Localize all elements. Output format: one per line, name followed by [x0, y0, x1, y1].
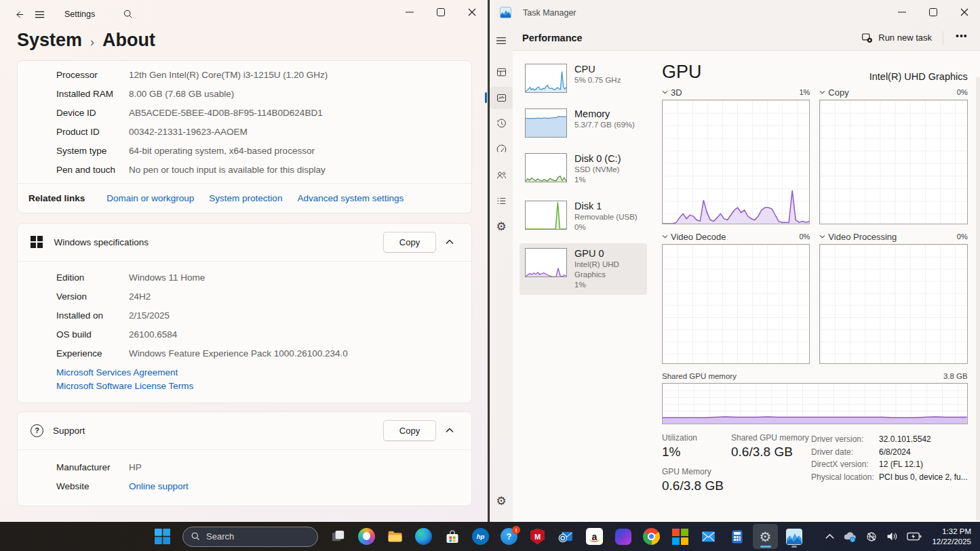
task-manager-taskbar-button[interactable]	[781, 524, 806, 549]
settings-window-controls	[394, 0, 488, 24]
driver-row: DirectX version:12 (FL 12.1)	[811, 458, 968, 471]
perf-item-cpu[interactable]: CPU5% 0.75 GHz	[520, 59, 647, 98]
microsoft-office-button[interactable]	[667, 524, 692, 549]
network-tray-button[interactable]	[862, 525, 881, 548]
gpu-stats: Utilization 1% GPU Memory 0.6/3.8 GB Sha…	[662, 433, 968, 501]
perf-item-disk0[interactable]: Disk 0 (C:)SSD (NVMe)1%	[520, 148, 647, 190]
rail-processes-button[interactable]	[490, 61, 513, 83]
settings-app-title: Settings	[64, 9, 95, 19]
spec-row: Pen and touchNo pen or touch input is av…	[18, 160, 471, 183]
chevron-down-icon[interactable]	[819, 90, 825, 94]
breadcrumb-separator: ›	[90, 35, 94, 49]
rail-details-button[interactable]	[490, 190, 513, 212]
chevron-down-icon[interactable]	[662, 234, 668, 239]
task-manager-rail: ⚙ ⚙	[490, 25, 513, 522]
rail-settings-button[interactable]: ⚙	[490, 490, 513, 512]
system-tray: 1:32 PM 12/22/2025	[822, 522, 977, 551]
microsoft-365-button[interactable]	[610, 524, 635, 549]
mcafee-button[interactable]: M	[525, 524, 550, 549]
maximize-button[interactable]	[918, 0, 949, 24]
maximize-button[interactable]	[425, 0, 456, 24]
copy-button[interactable]: Copy	[383, 232, 436, 253]
spec-label: Product ID	[56, 125, 129, 138]
minimize-button[interactable]	[394, 0, 425, 24]
link-domain-or-workgroup[interactable]: Domain or workgroup	[106, 193, 194, 203]
close-button[interactable]	[949, 0, 980, 24]
scrollbar[interactable]	[976, 77, 980, 521]
chevron-down-icon[interactable]	[819, 234, 825, 239]
search-icon	[123, 9, 134, 20]
taskbar-search[interactable]: Search	[182, 527, 318, 547]
chevron-up-icon	[446, 239, 454, 245]
stats-column-1: Utilization 1% GPU Memory 0.6/3.8 GB	[662, 433, 731, 501]
cpu-mini-chart	[525, 64, 567, 93]
link-microsoft-services-agreement[interactable]: Microsoft Services Agreement	[56, 366, 460, 380]
link-microsoft-software-license-terms[interactable]: Microsoft Software License Terms	[56, 380, 460, 393]
minimize-button[interactable]	[886, 0, 918, 24]
perf-item-memory[interactable]: Memory5.3/7.7 GB (69%)	[520, 104, 647, 142]
file-explorer-button[interactable]	[383, 524, 408, 549]
microsoft-store-button[interactable]	[439, 524, 465, 549]
link-system-protection[interactable]: System protection	[209, 193, 282, 203]
link-online-support[interactable]: Online support	[129, 480, 189, 493]
gpu-subtitle: Intel(R) UHD Graphics	[869, 71, 968, 82]
settings-taskbar-button[interactable]: ⚙	[753, 524, 778, 549]
copy-button[interactable]: Copy	[383, 420, 436, 441]
performance-header: Performance Run new task •••	[513, 25, 980, 50]
mail-button[interactable]	[696, 524, 721, 549]
outlook-button[interactable]	[553, 524, 579, 549]
perf-item-sub: 5% 0.75 GHz	[574, 75, 621, 85]
back-button[interactable]	[9, 4, 29, 24]
related-links-row: Related links Domain or workgroup System…	[18, 184, 471, 213]
run-new-task-button[interactable]: Run new task	[855, 28, 939, 47]
gpu-video-decode-chart	[662, 244, 810, 364]
more-options-button[interactable]: •••	[947, 28, 976, 48]
onedrive-tray-button[interactable]	[839, 525, 861, 548]
link-advanced-system-settings[interactable]: Advanced system settings	[297, 193, 404, 203]
amazon-button[interactable]: a	[582, 524, 607, 549]
winspec-value: 24H2	[129, 290, 151, 303]
perf-item-disk1[interactable]: Disk 1Removable (USB)0%	[520, 196, 647, 237]
edge-button[interactable]	[411, 524, 436, 549]
rail-app-history-button[interactable]	[490, 113, 513, 135]
shared-memory-label-row: Shared GPU memory 3.8 GB	[662, 372, 968, 383]
start-button[interactable]	[150, 524, 175, 549]
hp-button[interactable]: hp	[468, 524, 493, 549]
settings-search-button[interactable]	[118, 4, 138, 24]
chrome-button[interactable]	[639, 524, 664, 549]
winspec-row: EditionWindows 11 Home	[18, 268, 471, 287]
rail-users-button[interactable]	[490, 164, 513, 186]
open-app-indicator	[791, 546, 797, 548]
collapse-chevron-button[interactable]	[436, 420, 463, 441]
details-icon	[496, 195, 507, 207]
task-view-button[interactable]	[326, 524, 351, 549]
nav-menu-button[interactable]	[29, 4, 50, 24]
perf-item-name: Memory	[574, 108, 635, 120]
battery-tray-button[interactable]	[903, 525, 925, 548]
rail-services-button[interactable]: ⚙	[490, 216, 513, 238]
taskbar-clock[interactable]: 1:32 PM 12/22/2025	[932, 527, 971, 547]
hidden-icons-button[interactable]	[822, 525, 838, 548]
rail-startup-apps-button[interactable]	[490, 138, 513, 161]
chevron-up-icon	[446, 428, 454, 433]
volume-tray-button[interactable]	[882, 525, 902, 548]
get-help-button[interactable]: ? !	[496, 524, 522, 549]
collapse-chevron-button[interactable]	[436, 232, 463, 253]
perf-item-gpu0[interactable]: GPU 0Intel(R) UHD Graphics1%	[520, 243, 647, 295]
rail-menu-button[interactable]	[490, 29, 513, 52]
copilot-icon	[358, 528, 375, 545]
task-manager-title: Task Manager	[523, 8, 576, 18]
calculator-button[interactable]	[724, 524, 749, 549]
copilot-button[interactable]	[354, 524, 379, 549]
task-view-icon	[330, 529, 346, 544]
breadcrumb-system[interactable]: System	[17, 30, 82, 51]
driver-value: PCI bus 0, device 2, fu...	[879, 471, 968, 484]
close-button[interactable]	[456, 0, 488, 24]
windows-specifications-header: Windows specifications Copy	[18, 224, 471, 261]
services-icon: ⚙	[496, 220, 506, 234]
rail-performance-button[interactable]	[490, 87, 513, 109]
close-icon	[468, 8, 476, 16]
spec-row: Device IDAB5ACEDE-5BEE-4D0B-8F95-114B0D6…	[18, 103, 471, 122]
breadcrumb-about: About	[102, 30, 155, 51]
chevron-down-icon[interactable]	[662, 90, 668, 94]
